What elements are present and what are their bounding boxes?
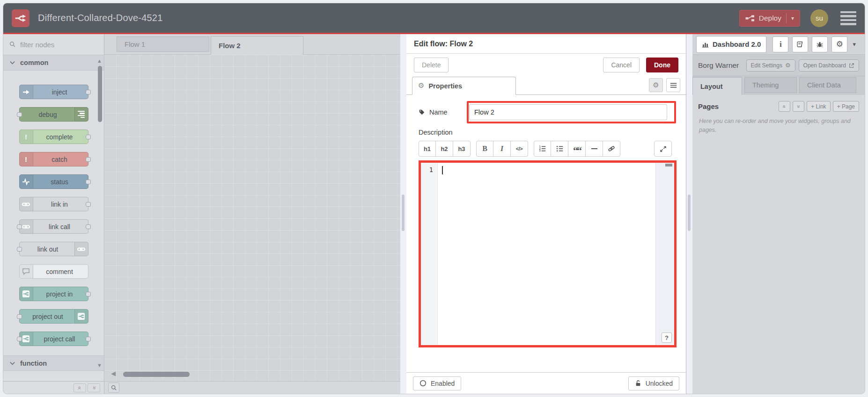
palette-node-comment[interactable]: comment [19,264,88,279]
palette-node-inject[interactable]: inject [19,85,88,99]
user-avatar[interactable]: su [810,9,828,27]
canvas-zoom-search-button[interactable] [108,383,119,393]
node-input-port[interactable] [17,224,22,229]
collapse-all-pages-button[interactable]: « [779,101,790,112]
node-output-port[interactable] [86,224,91,229]
name-label: Name [429,108,448,116]
tab-theming[interactable]: Theming [744,77,797,93]
palette-node-catch[interactable]: ! catch [19,152,88,166]
deploy-caret-icon[interactable]: ▾ [791,15,794,22]
node-input-port[interactable] [17,314,22,319]
ordered-list-button[interactable]: 123 [534,141,551,157]
palette-node-project-in[interactable]: project in [19,287,88,301]
heading1-button[interactable]: h1 [419,141,436,157]
list-icon [669,82,677,89]
node-output-port[interactable] [86,180,91,184]
edit-description-button[interactable] [666,78,680,92]
bug-icon [816,41,824,48]
deploy-button[interactable]: Deploy ▾ [739,10,800,27]
palette-scroll-up-icon[interactable] [97,58,102,64]
debug-tab-button[interactable] [812,36,828,52]
help-tab-button[interactable] [792,36,808,52]
right-sidebar: Dashboard 2.0 i [692,34,865,394]
palette-node-link-in[interactable]: link in [19,197,88,211]
tab-properties[interactable]: ⚙ Properties [412,77,516,95]
palette-node-project-out[interactable]: project out [19,309,88,324]
editor-content-area[interactable] [438,163,655,345]
blockquote-button[interactable] [568,141,586,157]
palette-node-link-call[interactable]: link call [19,219,88,234]
palette-collapse-all-button[interactable]: « [74,383,86,392]
layout-panel: Pages « « + Link + Page Here you can re-… [692,95,865,394]
editor-scrollbar-thumb[interactable] [665,164,672,166]
node-input-port[interactable] [17,112,22,117]
add-page-button[interactable]: + Page [833,101,859,112]
tab-dashboard-2[interactable]: Dashboard 2.0 [696,36,766,53]
edit-settings-button[interactable]: Edit Settings ⚙ [746,59,795,72]
palette-scrollbar-thumb[interactable] [98,66,102,122]
palette-node-complete[interactable]: ! complete [19,130,88,144]
arrow-right-icon [20,85,33,99]
unordered-list-button[interactable] [551,141,568,157]
expand-all-pages-button[interactable]: « [793,101,804,112]
palette-node-status[interactable]: status [19,174,88,189]
node-output-port[interactable] [86,337,91,341]
add-link-button[interactable]: + Link [807,101,830,112]
speech-bubble-icon [20,265,33,278]
palette-node-debug[interactable]: debug [19,107,88,122]
bold-button[interactable]: B [476,141,493,157]
editor-scrollbar-track[interactable] [655,163,674,345]
horizontal-rule-icon [591,148,597,150]
palette-expand-all-button[interactable]: « [88,383,100,392]
node-input-port[interactable] [17,247,22,252]
node-output-port[interactable] [86,202,91,207]
filter-nodes-input[interactable] [20,41,90,49]
tab-client-data[interactable]: Client Data [799,77,856,93]
cancel-button[interactable]: Cancel [603,58,640,72]
heading3-button[interactable]: h3 [453,141,471,157]
tray-resize-handle-left[interactable] [400,34,406,394]
canvas-hscrollbar-thumb[interactable] [123,372,190,377]
insert-link-button[interactable] [603,141,620,157]
open-dashboard-button[interactable]: Open Dashboard [799,59,859,72]
magnifier-icon [111,385,117,391]
sidebar-resize-handle[interactable] [686,34,692,394]
canvas-scroll-left-icon[interactable] [111,370,116,377]
editor-help-button[interactable]: ? [662,332,672,343]
node-output-port[interactable] [86,90,91,94]
flow-lock-toggle[interactable]: Unlocked [628,376,679,390]
palette-node-label: project call [33,332,86,346]
heading2-button[interactable]: h2 [436,141,453,157]
flow-name-input[interactable] [469,104,667,120]
done-button[interactable]: Done [646,58,678,72]
page-title: Different-Collared-Dove-4521 [38,13,162,23]
palette-node-link-out[interactable]: link out [19,242,88,256]
palette-category-common[interactable]: common [3,55,104,71]
palette-category-function[interactable]: function [3,355,104,371]
palette-node-list: inject debug ! complete ! ca [3,71,104,355]
node-output-port[interactable] [86,292,91,296]
palette-node-project-call[interactable]: project call [19,332,88,346]
italic-button[interactable]: I [493,141,511,157]
expand-editor-button[interactable] [654,141,672,157]
info-tab-button[interactable]: i [772,36,788,52]
node-output-port[interactable] [86,135,91,139]
gear-icon: ⚙ [836,40,843,48]
flow-enabled-toggle[interactable]: Enabled [413,376,461,390]
sidebar-collapse-caret-icon[interactable]: ▾ [853,41,856,48]
pages-header-row: Pages « « + Link + Page [698,101,859,112]
tab-flow-1[interactable]: Flow 1 [117,36,209,52]
flow-canvas[interactable] [104,55,400,381]
delete-button[interactable]: Delete [414,58,449,72]
horizontal-rule-button[interactable] [586,141,603,157]
main-menu-icon[interactable] [840,11,856,25]
edit-properties-button[interactable]: ⚙ [649,78,663,92]
flow-tab-label: Flow 1 [125,40,145,48]
code-button[interactable]: </> [511,141,528,157]
palette-scroll-down-icon[interactable] [97,363,102,368]
tab-layout[interactable]: Layout [692,77,742,95]
config-nodes-tab-button[interactable]: ⚙ [831,36,847,52]
node-output-port[interactable] [86,157,91,162]
node-input-port[interactable] [17,337,22,341]
tab-flow-2[interactable]: Flow 2 [211,36,303,55]
